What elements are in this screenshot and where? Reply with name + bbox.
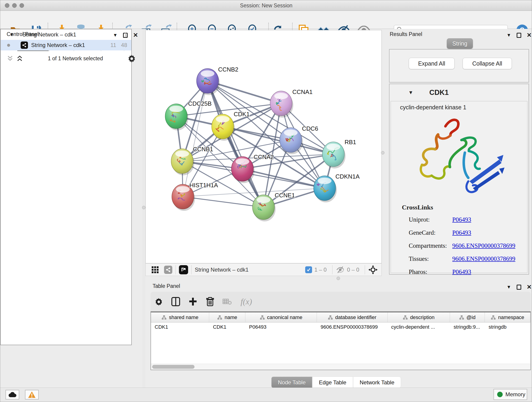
- node-label-CDC25B: CDC25B: [188, 100, 212, 107]
- table-panel-float-button[interactable]: ▼: [507, 284, 511, 290]
- entry-collapse-caret[interactable]: ▼: [408, 89, 413, 96]
- expand-all-button[interactable]: Expand All: [409, 58, 455, 69]
- string-style-icon[interactable]: [164, 266, 172, 274]
- column-header-shared-name[interactable]: shared name: [151, 313, 209, 322]
- string-network-icon: [21, 41, 28, 49]
- column-header-label: shared name: [169, 314, 198, 320]
- expand-all-chevron-icon[interactable]: [16, 55, 23, 62]
- tab-string[interactable]: String: [447, 38, 473, 49]
- crosslink-row: Pharos:P06493: [409, 268, 527, 275]
- crosslink-link[interactable]: P06493: [452, 229, 471, 236]
- results-panel-maximize-button[interactable]: [517, 33, 521, 38]
- network-collection-row[interactable]: ▼ String Network – cdk1 1: [1, 29, 131, 40]
- birdseye-grid-icon[interactable]: [151, 266, 159, 274]
- table-cell[interactable]: P06493: [245, 322, 317, 332]
- column-header-@id[interactable]: @id: [450, 313, 485, 322]
- node-label-CDKN1A: CDKN1A: [336, 173, 360, 180]
- bottom-splitter-handle[interactable]: [336, 277, 340, 280]
- table-options-button[interactable]: [154, 292, 164, 312]
- show-columns-button[interactable]: [171, 292, 181, 312]
- hidden-eye-slash-icon[interactable]: [336, 266, 345, 273]
- network-edge[interactable]: [242, 169, 325, 188]
- left-splitter[interactable]: [142, 29, 146, 388]
- results-entry-box: ▼ CDK1 cyclin-dependent kinase 1: [389, 84, 529, 274]
- plus-icon: [189, 297, 197, 306]
- gear-icon: [155, 298, 163, 306]
- entry-description: cyclin-dependent kinase 1: [400, 104, 527, 111]
- column-header-namespace[interactable]: namespace: [485, 313, 530, 322]
- collapse-all-button[interactable]: Collapse All: [462, 58, 512, 69]
- node-label-RB1: RB1: [345, 139, 356, 146]
- trash-icon: [206, 297, 214, 306]
- network-view-toolbar: String Network – cdk1 1 – 0 0 – 0: [146, 263, 382, 276]
- collapse-all-chevron-icon[interactable]: [7, 55, 13, 62]
- cloud-status-button[interactable]: [6, 390, 19, 400]
- selected-node-edge-counts: 1 – 0: [314, 267, 326, 273]
- tab-edge-table[interactable]: Edge Table: [312, 376, 353, 388]
- network-node-RB1[interactable]: RB1: [322, 139, 356, 168]
- entry-header-row[interactable]: ▼ CDK1: [389, 84, 529, 101]
- network-selection-bar: 1 of 1 Network selected: [0, 53, 142, 64]
- network-row[interactable]: String Network – cdk1 11 48: [1, 40, 131, 51]
- crosslink-link[interactable]: P06493: [452, 268, 471, 275]
- results-panel: Results Panel ▼ ✕ String Expand All Coll…: [382, 29, 532, 281]
- network-node-CCNE1[interactable]: CCNE1: [253, 192, 295, 221]
- node-label-CCNB2: CCNB2: [218, 66, 238, 73]
- scrollbar-thumb[interactable]: [152, 365, 195, 369]
- network-node-CDKN1A[interactable]: CDKN1A: [314, 173, 360, 202]
- table-panel-close-button[interactable]: ✕: [527, 283, 532, 291]
- table-cell[interactable]: CDK1: [209, 322, 245, 332]
- table-cell[interactable]: stringdb: [485, 322, 530, 332]
- network-node-HIST1H1A[interactable]: HIST1H1A: [172, 182, 218, 211]
- warnings-button[interactable]: [25, 390, 39, 400]
- tab-network-table[interactable]: Network Table: [353, 376, 401, 388]
- network-node-CDC6[interactable]: CDC6: [280, 125, 318, 154]
- table-cell[interactable]: CDK1: [151, 322, 209, 332]
- open-in-window-button[interactable]: [179, 265, 188, 274]
- network-node-CCNB1[interactable]: CCNB1: [171, 146, 213, 175]
- column-header-name[interactable]: name: [209, 313, 245, 322]
- control-panel-close-button[interactable]: ✕: [133, 32, 138, 39]
- node-table: shared namenamecanonical namedatabase id…: [151, 312, 531, 370]
- crosslink-row: GeneCard:P06493: [409, 229, 527, 236]
- network-options-gear-icon[interactable]: [128, 54, 136, 63]
- delete-column-button[interactable]: [205, 292, 215, 312]
- table-horizontal-scrollbar[interactable]: [151, 364, 530, 370]
- results-panel-close-button[interactable]: ✕: [527, 32, 532, 39]
- collection-count: 1: [124, 32, 127, 38]
- crosslink-link[interactable]: P06493: [452, 216, 471, 223]
- crosslink-row: Tissues:9606.ENSP00000378699: [409, 255, 527, 262]
- tab-node-table[interactable]: Node Table: [271, 376, 312, 388]
- table-panel-maximize-button[interactable]: [517, 285, 521, 290]
- table-cell[interactable]: cyclin-dependent ...: [388, 322, 450, 332]
- create-column-button[interactable]: [188, 292, 198, 312]
- function-builder-button[interactable]: f(x): [239, 292, 253, 312]
- node-label-CDK1: CDK1: [234, 111, 249, 118]
- table-cell[interactable]: 9606.ENSP00000378699: [317, 322, 387, 332]
- results-panel-float-button[interactable]: ▼: [507, 32, 511, 38]
- network-status-dot: [7, 44, 10, 47]
- collection-expand-caret[interactable]: ▼: [9, 32, 14, 37]
- right-splitter-handle[interactable]: [381, 151, 385, 154]
- table-cell[interactable]: stringdb:9...: [450, 322, 485, 332]
- fit-content-crosshair-icon[interactable]: [368, 265, 378, 274]
- network-canvas[interactable]: CCNB2CCNA1CDC25BCDK1CDC6RB1CCNB1CCNA2CDK…: [146, 30, 382, 263]
- hidden-node-edge-counts: 0 – 0: [347, 267, 359, 273]
- network-selection-status: 1 of 1 Network selected: [23, 56, 128, 62]
- entry-gene-name: CDK1: [429, 89, 449, 97]
- entry-detail-box: cyclin-dependent kinase 1: [391, 101, 527, 273]
- crosslink-label: Uniprot:: [409, 216, 452, 223]
- crosslink-link[interactable]: 9606.ENSP00000378699: [452, 242, 515, 249]
- results-panel-title: Results Panel: [390, 31, 422, 37]
- left-splitter-handle[interactable]: [142, 206, 146, 209]
- column-header-canonical-name[interactable]: canonical name: [245, 313, 317, 322]
- crosslink-link[interactable]: 9606.ENSP00000378699: [452, 255, 515, 262]
- column-header-description[interactable]: description: [388, 313, 450, 322]
- selected-checkbox-icon[interactable]: [305, 266, 312, 273]
- delete-table-button[interactable]: [222, 292, 232, 312]
- network-node-CCNB2[interactable]: CCNB2: [196, 66, 238, 95]
- table-row[interactable]: CDK1CDK1P064939606.ENSP00000378699cyclin…: [151, 322, 530, 332]
- bottom-splitter[interactable]: [146, 276, 382, 281]
- memory-button[interactable]: Memory: [494, 389, 527, 400]
- column-header-database-identifier[interactable]: database identifier: [317, 313, 387, 322]
